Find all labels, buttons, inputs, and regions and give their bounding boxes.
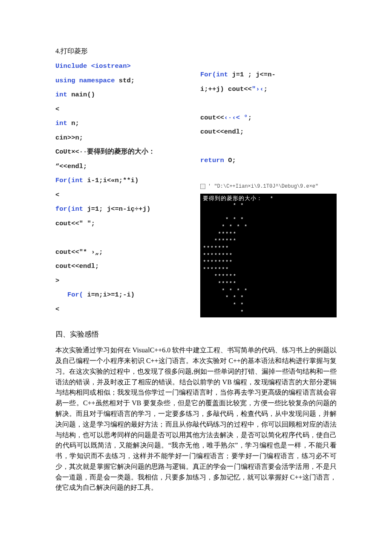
code-line: for(int j=1; j<=n-iç÷+j) (55, 202, 187, 217)
code-line: CoUt×<··要得到的菱形的大小： (55, 145, 187, 160)
code-line: “<<endl; (55, 160, 187, 174)
code-line: int nain() (55, 88, 187, 102)
code-right-column: For(int j=1 ; j<=n-i;++j) cout<<"›‹; cou… (200, 59, 337, 317)
code-line: < (55, 188, 187, 203)
exercise-title: 4.打印菱形 (55, 47, 337, 56)
code-line: using namespace std; (55, 74, 187, 88)
console-path: ' "D:\C++Iian×i\9.1T0J^\Debug\9.e×e" (208, 183, 318, 189)
code-line: For(int i-1;i<«n;**i) (55, 174, 187, 188)
window-icon (200, 184, 205, 189)
code-line: i;++j) cout<<"›‹; (200, 82, 337, 97)
code-left-column: Uinclude <iostrean>using namespace std;i… (55, 59, 187, 317)
section-heading: 四、实验感悟 (55, 329, 337, 339)
code-line: < (55, 302, 187, 317)
code-columns: Uinclude <iostrean>using namespace std;i… (55, 59, 337, 317)
code-line (200, 139, 337, 154)
essay-body: 本次实验通过学习如何在 VisualC++6.0 软件中建立工程、书写简单的代码… (55, 345, 337, 493)
code-line: Uinclude <iostrean> (55, 59, 187, 74)
code-line: For(int j=1 ; j<=n- (200, 68, 337, 82)
code-line: cout<<endl; (55, 259, 187, 274)
code-line: For( i=n;i>=1;-i) (55, 288, 187, 302)
code-line: return O; (200, 154, 337, 168)
code-line: > (55, 274, 187, 288)
code-line: cout<<endl; (200, 125, 337, 139)
code-line: cout<<"* ›„; (55, 245, 187, 260)
code-line: cout<<" "; (55, 217, 187, 231)
console-caption: ' "D:\C++Iian×i\9.1T0J^\Debug\9.e×e" (200, 183, 337, 189)
code-line: int n; (55, 116, 187, 131)
console-output: 要得到的菱形的大小： * * * * * * * * * * ***** ***… (200, 194, 337, 318)
code-line: cin>>n; (55, 131, 187, 145)
code-line: < (55, 102, 187, 117)
code-line (200, 96, 337, 111)
code-line: cout<<‹·‹< °; (200, 111, 337, 125)
code-line (55, 231, 187, 245)
